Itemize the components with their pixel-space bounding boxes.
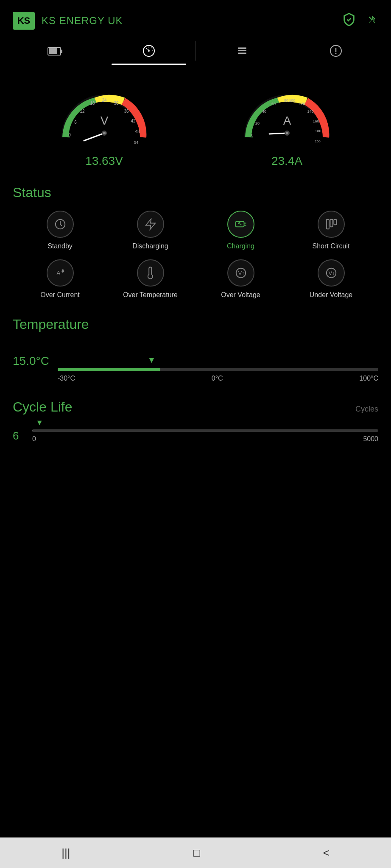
temperature-indicator: ▼ — [148, 355, 156, 365]
svg-point-6 — [148, 47, 149, 47]
current-gauge-container: 0 20 40 60 80 100 120 140 160 180 200 A … — [240, 82, 334, 168]
status-over-current: A Over Current — [17, 259, 103, 300]
svg-point-8 — [152, 50, 153, 51]
battery-tab-icon — [47, 45, 63, 60]
svg-text:V: V — [100, 114, 108, 127]
menu-nav-button[interactable]: ||| — [49, 842, 83, 864]
temperature-slider-area: ▼ -30°C 0°C 100°C — [58, 355, 378, 382]
short-circuit-label: Short Circuit — [312, 242, 349, 251]
svg-text:36: 36 — [124, 109, 129, 114]
cycle-life-header: Cycle Life Cycles — [13, 399, 378, 425]
alert-tab-icon — [329, 44, 343, 61]
svg-text:40: 40 — [262, 109, 266, 114]
temp-mid-label: 0°C — [212, 375, 223, 382]
svg-rect-52 — [326, 220, 329, 229]
svg-text:100: 100 — [289, 98, 295, 103]
over-temperature-icon — [137, 259, 164, 287]
svg-text:120: 120 — [299, 102, 305, 106]
under-voltage-label: Under Voltage — [310, 291, 352, 300]
gauge-tab-icon — [142, 44, 156, 61]
svg-text:18: 18 — [90, 101, 95, 106]
tab-battery[interactable] — [8, 36, 102, 65]
header-left: KS KS ENERGY UK — [13, 12, 123, 30]
temperature-value: 15.0°C — [13, 354, 49, 368]
tab-list[interactable] — [196, 36, 289, 65]
over-voltage-icon: V↑ — [227, 259, 254, 287]
svg-text:200: 200 — [315, 139, 321, 143]
standby-icon — [47, 211, 74, 238]
cycle-max-label: 5000 — [363, 435, 378, 443]
home-nav-button[interactable]: □ — [181, 842, 213, 864]
status-section: Status Standby Discharging — [0, 176, 391, 308]
svg-text:V↓: V↓ — [328, 270, 335, 276]
cycle-value: 6 — [13, 429, 25, 442]
svg-text:V↑: V↑ — [238, 270, 244, 276]
svg-text:48: 48 — [135, 129, 140, 134]
temperature-bar-fill — [58, 368, 160, 371]
svg-text:140: 140 — [307, 109, 313, 114]
svg-text:42: 42 — [131, 119, 136, 123]
svg-rect-2 — [49, 48, 57, 54]
cycle-life-section: Cycle Life Cycles 6 ▼ 0 5000 — [0, 391, 391, 460]
shield-icon — [342, 12, 356, 30]
current-value: 23.4A — [271, 154, 302, 168]
status-under-voltage: V↓ Under Voltage — [288, 259, 374, 300]
voltage-gauge-container: 0 6 12 18 24 30 36 42 48 54 V 13.63V — [58, 82, 151, 168]
charging-label: Charging — [227, 242, 254, 251]
temperature-section: Temperature 15.0°C ▼ -30°C 0°C 100°C — [0, 308, 391, 391]
svg-rect-53 — [330, 220, 332, 227]
temp-min-label: -30°C — [58, 375, 75, 382]
svg-rect-11 — [238, 53, 246, 54]
list-tab-icon — [235, 44, 249, 61]
header: KS KS ENERGY UK — [0, 0, 391, 36]
over-current-label: Over Current — [40, 291, 79, 300]
cycles-label: Cycles — [355, 405, 378, 414]
svg-text:20: 20 — [255, 121, 259, 125]
temperature-bar-bg — [58, 368, 378, 371]
status-over-temperature: Over Temperature — [107, 259, 193, 300]
temp-max-label: 100°C — [359, 375, 378, 382]
bluetooth-icon — [366, 12, 378, 30]
voltage-value: 13.63V — [85, 154, 123, 168]
discharging-label: Discharging — [132, 242, 168, 251]
tab-alert[interactable] — [289, 36, 383, 65]
status-grid: Standby Discharging Charg — [13, 211, 378, 300]
svg-rect-9 — [238, 47, 246, 49]
svg-text:80: 80 — [284, 98, 288, 103]
temperature-title: Temperature — [13, 317, 378, 332]
svg-rect-54 — [334, 220, 336, 225]
svg-line-41 — [269, 133, 287, 134]
svg-line-26 — [84, 133, 104, 141]
status-standby: Standby — [17, 211, 103, 251]
short-circuit-icon — [318, 211, 345, 238]
cycle-life-row: 6 ▼ 0 5000 — [13, 429, 378, 443]
svg-text:A: A — [283, 114, 291, 127]
svg-point-28 — [103, 132, 106, 134]
over-current-icon: A — [47, 259, 74, 287]
svg-rect-1 — [61, 50, 62, 53]
svg-point-43 — [286, 132, 288, 134]
cycle-range-labels: 0 5000 — [32, 435, 378, 443]
app-title: KS ENERGY UK — [42, 15, 123, 27]
tab-bar — [0, 36, 391, 65]
cycle-bar-fill — [32, 429, 33, 432]
standby-label: Standby — [47, 242, 73, 251]
status-title: Status — [13, 185, 378, 200]
charging-icon — [227, 211, 254, 238]
cycle-indicator: ▼ — [36, 418, 43, 427]
svg-rect-10 — [238, 50, 246, 51]
svg-text:24: 24 — [102, 98, 107, 103]
back-nav-button[interactable]: < — [310, 842, 342, 864]
tab-gauge[interactable] — [102, 36, 196, 65]
cycle-slider-area: ▼ 0 5000 — [32, 429, 378, 443]
svg-text:54: 54 — [134, 140, 138, 145]
svg-text:12: 12 — [80, 109, 85, 114]
svg-text:A: A — [56, 270, 61, 276]
svg-text:0: 0 — [68, 133, 71, 137]
app-logo: KS — [13, 12, 35, 30]
cycle-life-title: Cycle Life — [13, 399, 73, 415]
svg-text:0: 0 — [251, 133, 253, 137]
discharging-icon — [137, 211, 164, 238]
over-temperature-label: Over Temperature — [123, 291, 178, 300]
under-voltage-icon: V↓ — [318, 259, 345, 287]
